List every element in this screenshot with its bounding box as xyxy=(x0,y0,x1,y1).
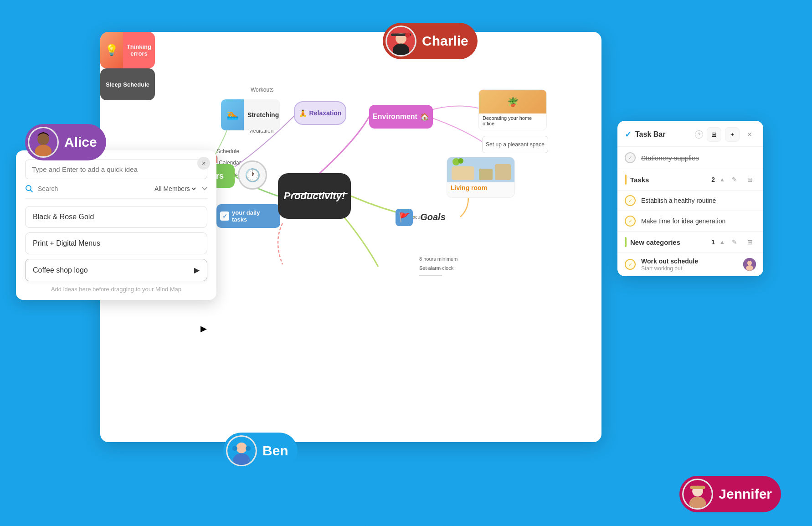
relaxation-label: Relaxation xyxy=(309,109,342,117)
svg-point-21 xyxy=(37,134,49,145)
jennifer-avatar xyxy=(682,479,713,510)
alarm-label: Set alarm clock xyxy=(419,265,453,271)
taskbar-check-icon: ✓ xyxy=(625,129,632,139)
relaxation-node: 🧘 Relaxation xyxy=(294,101,346,125)
ben-bubble: Ben xyxy=(223,433,298,469)
daily-tasks-node: ✓ your daily tasks xyxy=(216,204,280,228)
members-select[interactable]: All Members xyxy=(153,185,197,193)
task-label: Make time for idea generation xyxy=(641,217,756,225)
task-pending-icon: ✓ xyxy=(625,195,636,206)
help-icon[interactable]: ? xyxy=(695,130,703,139)
thinking-errors-node: 💡 Thinking errors xyxy=(100,32,155,68)
stationery-item: ✓ Stationery supplies xyxy=(617,147,763,169)
tasks-section-header: Tasks 2 ▲ ✎ ⊞ xyxy=(617,169,763,191)
tasks-add-button[interactable]: ⊞ xyxy=(744,174,756,186)
list-item[interactable]: Black & Rose Gold xyxy=(25,206,207,228)
daily-tasks-label: your daily tasks xyxy=(232,209,277,223)
chevron-down-icon xyxy=(202,187,207,191)
task-pending-icon: ✓ xyxy=(625,216,636,227)
environment-label: Environment xyxy=(373,113,417,121)
svg-point-25 xyxy=(233,453,250,466)
quick-idea-input[interactable] xyxy=(25,160,207,179)
svg-rect-6 xyxy=(479,169,493,180)
tasks-count-arrow: ▲ xyxy=(719,176,725,183)
pleasant-space-box: Set up a pleasant space xyxy=(482,136,548,153)
workout-label: Work out schedule xyxy=(641,258,738,265)
task-item: ✓ Make time for idea generation xyxy=(617,211,763,232)
svg-point-19 xyxy=(405,33,410,38)
thinking-label: Thinking errors xyxy=(127,43,151,57)
goals-node: Goals xyxy=(406,205,460,229)
decorating-label: Decorating your home office xyxy=(479,113,546,128)
decorating-card: 🪴 Decorating your home office xyxy=(478,89,547,130)
svg-point-26 xyxy=(232,446,237,451)
categories-section-bar xyxy=(625,237,627,247)
categories-add-button[interactable]: ⊞ xyxy=(744,236,756,248)
living-room-image xyxy=(447,157,514,182)
tasks-edit-button[interactable]: ✎ xyxy=(729,174,740,186)
search-icon xyxy=(25,185,33,193)
check-done-icon: ✓ xyxy=(625,152,636,163)
cursor-indicator: ▶ xyxy=(194,266,200,274)
workouts-label: Workouts xyxy=(251,87,273,93)
search-row: All Members xyxy=(25,185,207,199)
svg-point-17 xyxy=(393,43,409,57)
alice-avatar xyxy=(28,127,59,158)
charlie-name: Charlie xyxy=(422,33,468,49)
task-item: ✓ Establish a healthy routine xyxy=(617,191,763,211)
flag-icon: 🚩 xyxy=(396,209,413,226)
list-item[interactable]: Coffee shop logo ▶ xyxy=(25,259,207,281)
avatar-image xyxy=(743,258,756,271)
workout-sublabel: Start working out xyxy=(641,265,738,272)
workout-task-item: ✓ Work out schedule Start working out xyxy=(617,253,763,276)
taskbar-close-button[interactable]: × xyxy=(743,128,756,141)
thinking-image: 💡 xyxy=(100,32,123,68)
living-room-card: Living room xyxy=(447,157,515,198)
jennifer-name: Jennifer xyxy=(719,486,772,502)
svg-rect-7 xyxy=(495,164,511,180)
decorating-image: 🪴 xyxy=(479,90,546,113)
stretching-image: 🏊 xyxy=(221,99,244,130)
categories-section-title: New categories xyxy=(630,238,708,246)
ben-avatar xyxy=(226,435,257,466)
workout-pending-icon: ✓ xyxy=(625,259,636,270)
task-avatar xyxy=(743,258,756,271)
goals-label: Goals xyxy=(420,212,446,222)
eight-hours-label: 8 hours minimum xyxy=(419,256,457,262)
tasks-section-bar xyxy=(625,175,627,185)
taskbar-panel: ✓ Task Bar ? ⊞ + × ✓ Stationery supplies… xyxy=(617,121,763,276)
grid-icon-button[interactable]: ⊞ xyxy=(707,127,721,142)
jennifer-bubble: Jennifer xyxy=(679,476,781,512)
svg-point-27 xyxy=(246,446,251,451)
stretching-card: 🏊 Stretching xyxy=(221,99,280,130)
sleep-schedule-node: Sleep Schedule xyxy=(100,68,155,100)
workout-text-block: Work out schedule Start working out xyxy=(641,258,738,272)
tasks-count: 2 xyxy=(711,176,715,183)
sleep-label: Sleep Schedule xyxy=(106,81,149,88)
svg-point-13 xyxy=(747,261,752,265)
categories-edit-button[interactable]: ✎ xyxy=(729,236,740,248)
list-item[interactable]: Print + Digital Menus xyxy=(25,232,207,254)
alice-bubble: Alice xyxy=(25,124,106,160)
charlie-bubble: Charlie xyxy=(383,23,478,59)
clock-icon: 🕐 xyxy=(238,160,267,190)
categories-count: 1 xyxy=(711,238,715,246)
task-label: Establish a healthy routine xyxy=(641,197,756,204)
search-input[interactable] xyxy=(38,185,148,192)
panel-close-button[interactable]: × xyxy=(197,157,210,170)
svg-point-24 xyxy=(236,443,247,454)
svg-rect-5 xyxy=(452,166,474,180)
stretching-label: Stretching xyxy=(244,111,280,119)
alice-name: Alice xyxy=(64,134,97,150)
environment-node: Environment 🏠 xyxy=(369,105,433,129)
svg-rect-31 xyxy=(690,486,705,489)
svg-point-30 xyxy=(689,496,706,510)
add-icon-button[interactable]: + xyxy=(725,127,740,142)
stationery-label: Stationery supplies xyxy=(641,154,699,162)
panel-hint: Add ideas here before dragging to your M… xyxy=(25,286,207,293)
categories-count-arrow: ▲ xyxy=(719,239,725,245)
tasks-section-title: Tasks xyxy=(630,176,708,184)
center-node-underline xyxy=(293,193,348,194)
quick-idea-panel: × All Members Black & Rose Gold Print + … xyxy=(16,150,216,300)
charlie-avatar xyxy=(385,26,416,57)
